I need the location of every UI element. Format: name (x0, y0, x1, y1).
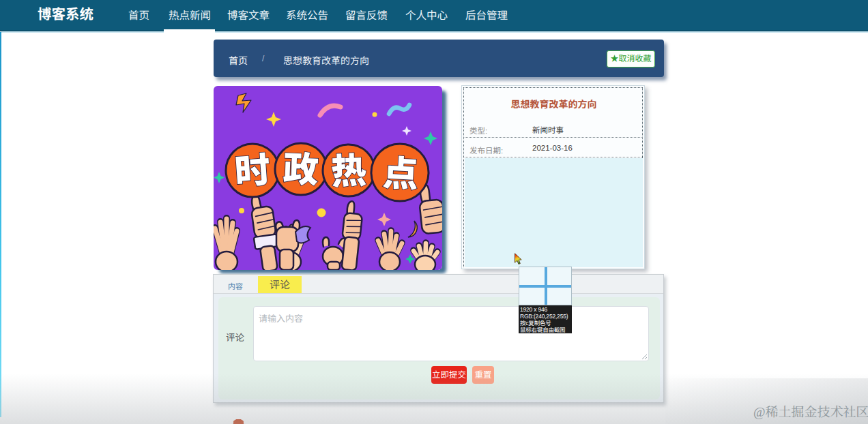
svg-text:热: 热 (330, 142, 368, 194)
svg-text:时: 时 (233, 141, 272, 194)
svg-text:点: 点 (381, 145, 420, 198)
svg-text:政: 政 (283, 140, 320, 193)
